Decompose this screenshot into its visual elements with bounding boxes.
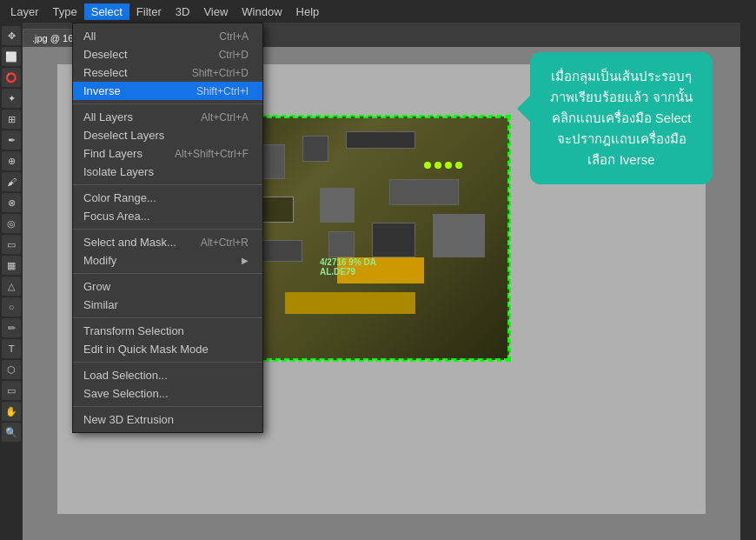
menu-item-edit-quick-mask[interactable]: Edit in Quick Mask Mode [73, 340, 262, 358]
menu-item-inverse[interactable]: Inverse Shift+Ctrl+I [73, 82, 262, 100]
tool-heal[interactable]: ⊕ [2, 151, 21, 170]
menu-item-deselect-layers-label: Deselect Layers [83, 129, 164, 142]
tool-pen[interactable]: ✏ [2, 318, 21, 337]
menubar: Layer Type Select Filter 3D View Window … [0, 0, 756, 23]
tool-brush[interactable]: 🖌 [2, 172, 21, 191]
menu-item-modify[interactable]: Modify ▶ [73, 251, 262, 270]
menu-item-color-range[interactable]: Color Range... [73, 189, 262, 207]
tool-path[interactable]: ⬡ [2, 360, 21, 379]
menu-item-all-layers-shortcut: Alt+Ctrl+A [201, 111, 249, 123]
menu-item-all[interactable]: All Ctrl+A [73, 27, 262, 45]
menu-item-similar[interactable]: Similar [73, 296, 262, 314]
tool-move[interactable]: ✥ [2, 26, 21, 45]
menu-item-inverse-label: Inverse [83, 84, 121, 97]
menu-item-select-mask-label: Select and Mask... [83, 236, 176, 249]
menu-item-focus-area[interactable]: Focus Area... [73, 207, 262, 225]
menu-item-new-3d[interactable]: New 3D Extrusion [73, 410, 262, 429]
tool-zoom[interactable]: 🔍 [2, 423, 21, 442]
menu-item-save-selection-label: Save Selection... [83, 387, 169, 400]
menubar-item-help[interactable]: Help [289, 3, 327, 20]
tool-history[interactable]: ◎ [2, 214, 21, 233]
tool-eyedropper[interactable]: ✒ [2, 130, 21, 150]
menu-item-find-layers-label: Find Layers [83, 147, 143, 160]
menu-item-focus-area-label: Focus Area... [83, 210, 150, 223]
menu-item-deselect[interactable]: Deselect Ctrl+D [73, 45, 262, 63]
menu-item-all-shortcut: Ctrl+A [219, 30, 249, 43]
menu-item-color-range-label: Color Range... [83, 191, 156, 204]
menu-item-load-selection[interactable]: Load Selection... [73, 366, 262, 384]
separator-3 [73, 229, 262, 230]
select-dropdown-menu: All Ctrl+A Deselect Ctrl+D Reselect Shif… [72, 23, 263, 433]
menu-item-isolate-layers[interactable]: Isolate Layers [73, 163, 262, 181]
menu-item-grow-label: Grow [83, 280, 110, 293]
tool-wand[interactable]: ✦ [2, 89, 21, 108]
menubar-item-filter[interactable]: Filter [129, 3, 169, 20]
menu-item-transform-selection-label: Transform Selection [83, 324, 184, 337]
tool-gradient[interactable]: ▦ [2, 256, 21, 275]
right-panel [740, 23, 756, 540]
tool-blur[interactable]: △ [2, 277, 21, 296]
tool-shape[interactable]: ▭ [2, 381, 21, 400]
menu-item-all-layers[interactable]: All Layers Alt+Ctrl+A [73, 108, 262, 126]
left-toolbar: ✥ ⬜ ⭕ ✦ ⊞ ✒ ⊕ 🖌 ⊗ ◎ ▭ ▦ △ ○ ✏ T ⬡ ▭ ✋ 🔍 [0, 23, 23, 540]
tool-hand[interactable]: ✋ [2, 402, 21, 421]
menu-item-all-label: All [83, 30, 96, 43]
menu-item-all-layers-label: All Layers [83, 110, 133, 123]
menu-item-similar-label: Similar [83, 298, 118, 311]
menu-item-save-selection[interactable]: Save Selection... [73, 384, 262, 403]
menubar-item-3d[interactable]: 3D [169, 3, 197, 20]
tool-dodge[interactable]: ○ [2, 297, 21, 317]
menu-item-deselect-shortcut: Ctrl+D [219, 49, 249, 61]
menu-item-reselect[interactable]: Reselect Shift+Ctrl+D [73, 63, 262, 82]
tool-eraser[interactable]: ▭ [2, 235, 21, 254]
menu-item-select-mask-shortcut: Alt+Ctrl+R [201, 237, 249, 249]
menu-item-find-layers[interactable]: Find Layers Alt+Shift+Ctrl+F [73, 144, 262, 163]
tool-crop[interactable]: ⊞ [2, 110, 21, 129]
separator-7 [73, 406, 262, 407]
menu-item-inverse-shortcut: Shift+Ctrl+I [196, 85, 249, 97]
menu-item-load-selection-label: Load Selection... [83, 369, 168, 382]
menubar-item-window[interactable]: Window [235, 3, 288, 20]
menu-item-deselect-label: Deselect [83, 48, 128, 61]
separator-5 [73, 317, 262, 318]
tooltip-text: เมื่อกลุมเป็นเส้นประรอบๆภาพเรียบร้อยแล้ว… [550, 69, 692, 167]
tool-select[interactable]: ⬜ [2, 47, 21, 66]
menubar-item-view[interactable]: View [196, 3, 235, 20]
menu-item-isolate-layers-label: Isolate Layers [83, 165, 154, 178]
menubar-item-layer[interactable]: Layer [3, 3, 46, 20]
menu-item-reselect-shortcut: Shift+Ctrl+D [192, 67, 249, 79]
tool-text[interactable]: T [2, 339, 21, 358]
menu-item-select-mask[interactable]: Select and Mask... Alt+Ctrl+R [73, 233, 262, 251]
menu-item-modify-label: Modify [83, 254, 116, 267]
menu-item-find-layers-shortcut: Alt+Shift+Ctrl+F [175, 148, 249, 160]
menubar-item-select[interactable]: Select [84, 3, 129, 20]
separator-6 [73, 362, 262, 363]
tool-clone[interactable]: ⊗ [2, 193, 21, 212]
menubar-item-type[interactable]: Type [46, 3, 84, 20]
menu-item-grow[interactable]: Grow [73, 277, 262, 296]
menu-item-edit-quick-mask-label: Edit in Quick Mask Mode [83, 343, 209, 356]
pcb-text: 4/2716 9% DAAL.DE79 [320, 257, 376, 277]
chevron-right-icon: ▶ [242, 256, 249, 265]
menu-item-new-3d-label: New 3D Extrusion [83, 413, 174, 426]
menu-item-deselect-layers[interactable]: Deselect Layers [73, 126, 262, 144]
tooltip-bubble: เมื่อกลุมเป็นเส้นประรอบๆภาพเรียบร้อยแล้ว… [530, 52, 713, 184]
separator-1 [73, 103, 262, 104]
separator-2 [73, 184, 262, 185]
tool-lasso[interactable]: ⭕ [2, 68, 21, 87]
menu-item-reselect-label: Reselect [83, 66, 128, 79]
menu-item-transform-selection[interactable]: Transform Selection [73, 322, 262, 340]
separator-4 [73, 273, 262, 274]
